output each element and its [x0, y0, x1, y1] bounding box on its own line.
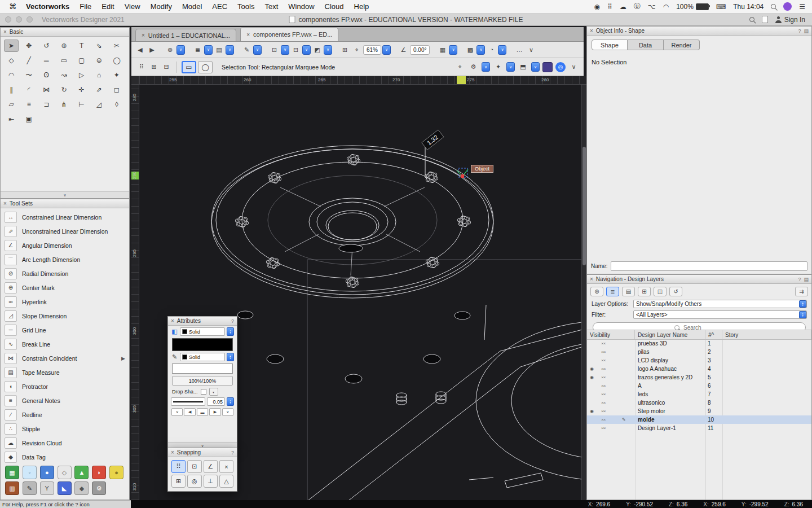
visibility-crosses-icon[interactable]: ××: [601, 375, 605, 380]
close-icon[interactable]: ×: [3, 201, 7, 207]
wall-tool[interactable]: ▦: [5, 466, 19, 479]
world-mode-icon[interactable]: ◎: [555, 62, 566, 72]
text-tool[interactable]: T: [74, 40, 89, 52]
classes-icon[interactable]: ⊞: [638, 287, 651, 296]
toolset-constrain-coincident[interactable]: ⋈Constrain Coincident▶: [1, 351, 129, 365]
layer-row-design-layer-1[interactable]: ××Design Layer-111: [587, 424, 811, 432]
layer-row-lcd-display[interactable]: ××LCD display3: [587, 356, 811, 365]
layer-row-trazos-generales-y-2d[interactable]: ◉××trazos generales y 2D5: [587, 373, 811, 382]
flyover-tool[interactable]: ↺: [39, 40, 54, 52]
plan-rotation-field[interactable]: 0.00°: [410, 45, 430, 55]
shape-name-input[interactable]: [611, 261, 807, 271]
chamfer-tool[interactable]: ◿: [92, 98, 107, 111]
line-weight-dropdown[interactable]: 0.05: [207, 397, 225, 406]
zoom-dropdown[interactable]: ∨: [382, 45, 391, 55]
close-tab-icon[interactable]: ×: [142, 32, 145, 38]
marker-dropdown-2[interactable]: ◀: [184, 408, 195, 416]
minimize-window-button[interactable]: [16, 16, 22, 23]
user-avatar[interactable]: [783, 2, 792, 11]
shear-tool[interactable]: ▱: [4, 98, 19, 111]
visibility-crosses-icon[interactable]: ××: [601, 426, 605, 431]
visibility-crosses-icon[interactable]: ××: [601, 409, 605, 414]
search-icon[interactable]: [749, 17, 754, 22]
callout-tool[interactable]: ⇘: [92, 40, 107, 52]
updates-icon[interactable]: ⓤ: [634, 2, 641, 11]
menu-window[interactable]: Window: [283, 2, 319, 11]
project-tool[interactable]: ◊: [109, 98, 124, 111]
ramp-tool[interactable]: ◣: [58, 481, 72, 495]
texture-icon[interactable]: ▩: [465, 44, 475, 55]
layer-row-ultrasonico[interactable]: ××ultrasonico8: [587, 398, 811, 407]
grid-settings-icon[interactable]: ▦: [437, 44, 448, 55]
keyboard-icon[interactable]: ⌨: [716, 3, 726, 11]
marker-dropdown-1[interactable]: ∨: [171, 408, 183, 416]
projection-icon[interactable]: ⊟: [290, 44, 301, 55]
polygon-tool[interactable]: ◇: [4, 54, 19, 67]
toolset-break-line[interactable]: ∿Break Line: [1, 337, 129, 351]
close-icon[interactable]: ×: [3, 29, 7, 35]
document-tab-untitled[interactable]: × Untitled 1 – EDUCATIONAL...: [135, 29, 236, 41]
extend-tool[interactable]: ⊢: [74, 98, 89, 111]
rotate-tool[interactable]: ↻: [56, 84, 71, 96]
visibility-eye-icon[interactable]: ◉: [590, 409, 594, 414]
marker-dropdown-3[interactable]: ▬: [197, 408, 208, 416]
library-icon[interactable]: [762, 16, 768, 23]
object-info-header[interactable]: × Object Info - Shape ? ▤: [587, 27, 811, 36]
interactive-scaling-mode-icon[interactable]: ⠿: [136, 62, 147, 73]
launchpad-icon[interactable]: ⠿: [607, 3, 612, 11]
close-icon[interactable]: ×: [171, 450, 174, 456]
close-icon[interactable]: ×: [590, 28, 593, 34]
toolset-angular-dimension[interactable]: ∠Angular Dimension: [1, 238, 129, 252]
tab-render[interactable]: Render: [664, 40, 700, 50]
visibility-crosses-icon[interactable]: ××: [601, 417, 605, 422]
toolset-tape-measure[interactable]: ▤Tape Measure: [1, 365, 129, 379]
layer-row-logo-a-anahuac[interactable]: ◉××logo A Anahuac4: [587, 365, 811, 373]
fill-style-dropdown[interactable]: Solid: [180, 327, 225, 336]
pencil-tool[interactable]: ✎: [23, 481, 37, 495]
visibility-crosses-icon[interactable]: ××: [601, 392, 605, 397]
zoom-level-field[interactable]: 61%: [363, 45, 381, 55]
visibility-crosses-icon[interactable]: ××: [601, 358, 605, 363]
drop-shadow-options-button[interactable]: ▾: [209, 388, 218, 396]
grid-dropdown[interactable]: ∨: [449, 45, 457, 55]
toolset-redline[interactable]: ∕Redline: [1, 408, 129, 422]
layer-row-leds[interactable]: ××leds7: [587, 390, 811, 398]
regular-polygon-tool[interactable]: ⌂: [92, 69, 107, 81]
disable-interactive-scaling-icon[interactable]: ⊞: [148, 62, 160, 73]
back-icon[interactable]: ◀: [135, 44, 145, 55]
link-dropdown[interactable]: ∨: [176, 45, 185, 55]
attribute-mapping-tool[interactable]: ▣: [21, 113, 36, 125]
toolset-unconstrained-linear-dimension[interactable]: ⇗Unconstrained Linear Dimension: [1, 224, 129, 238]
menu-clock[interactable]: Thu 14:04: [733, 3, 764, 11]
gem-tool[interactable]: ◇: [58, 466, 72, 479]
snap-to-edge[interactable]: ⊥: [204, 475, 218, 488]
pen-style-stepper[interactable]: ▲▼: [227, 353, 234, 361]
visibility-crosses-icon[interactable]: ××: [601, 366, 605, 371]
trim-tool[interactable]: ✂: [109, 40, 124, 52]
render-mode-icon[interactable]: ◩: [312, 44, 323, 55]
roof-tool[interactable]: ▲: [74, 466, 89, 479]
display-icon[interactable]: ⌥: [648, 3, 656, 11]
column-header-[interactable]: # ^: [705, 330, 722, 339]
help-icon[interactable]: ?: [798, 277, 801, 282]
snap-to-object[interactable]: ⊡: [187, 460, 201, 473]
parallel-tool[interactable]: ∥: [4, 84, 19, 96]
marker-dropdown-5[interactable]: ∨: [222, 408, 233, 416]
zoom-window-button[interactable]: [27, 16, 33, 23]
freehand-tool[interactable]: 〜: [21, 69, 36, 81]
visibility-crosses-icon[interactable]: ××: [601, 341, 605, 346]
plan-rotation-icon[interactable]: ∠: [398, 44, 409, 55]
visibility-eye-icon[interactable]: ◉: [590, 375, 594, 380]
opacity-icon[interactable]: ◔: [486, 44, 497, 55]
toolset-arc-length-dimension[interactable]: ⌒Arc Length Dimension: [1, 252, 129, 266]
close-tab-icon[interactable]: ×: [246, 32, 250, 38]
class-icon[interactable]: ✎: [241, 44, 252, 55]
sheet-layer-dropdown[interactable]: ∨: [226, 45, 234, 55]
fill-color-swatch[interactable]: [172, 338, 233, 351]
navigation-header[interactable]: × Navigation - Design Layers ? ▤: [587, 275, 811, 284]
toolset-center-mark[interactable]: ⊕Center Mark: [1, 281, 129, 295]
referenced-files-icon[interactable]: ⊛: [590, 287, 603, 296]
toolset-data-tag[interactable]: ◆Data Tag: [1, 450, 129, 464]
link-icon[interactable]: ⊛: [165, 44, 175, 55]
split-tool[interactable]: ⋔: [56, 98, 71, 111]
